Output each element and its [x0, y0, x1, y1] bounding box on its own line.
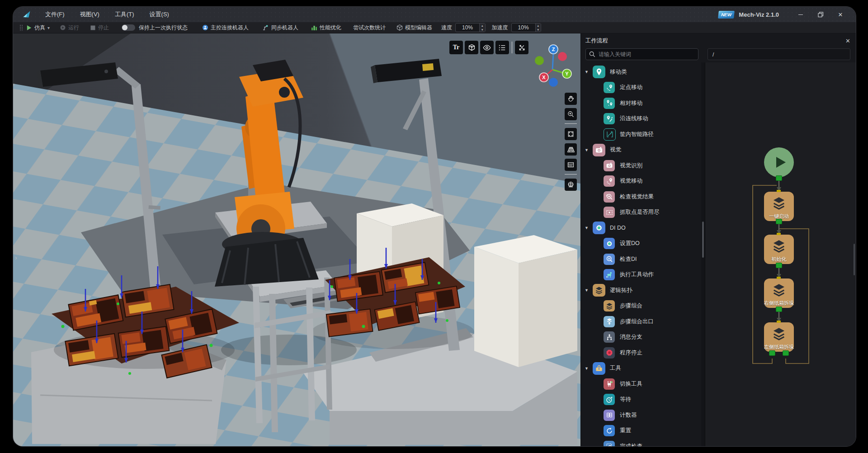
flow-node-one-key-start[interactable]: 一键启动: [764, 192, 794, 221]
flow-port[interactable]: [769, 350, 775, 356]
flow-canvas[interactable]: 一键启动 初始化 右侧纸箱拆垛: [705, 62, 856, 446]
ground-grid-button[interactable]: [565, 143, 577, 156]
tree-item-check-vision-result[interactable]: 检查视觉结果: [581, 189, 701, 205]
tree-item-finish-check[interactable]: 完成检查: [581, 439, 701, 446]
tree-item-label[interactable]: 消息分支: [620, 333, 642, 341]
collapse-icon[interactable]: ▼: [585, 70, 590, 74]
list-view-button[interactable]: [495, 41, 509, 54]
axis-gizmo[interactable]: Z X Y: [528, 42, 577, 91]
axis-y-ball[interactable]: Y: [562, 69, 571, 78]
tree-item-program-stop[interactable]: 程序停止: [581, 345, 701, 361]
tree-item-label[interactable]: 检查DI: [620, 255, 637, 263]
stop-button[interactable]: 停止: [90, 24, 109, 32]
tree-item-label[interactable]: 重置: [620, 427, 631, 434]
flow-node-right-depal[interactable]: 右侧纸箱拆垛: [764, 278, 794, 308]
tree-item-label[interactable]: 切换工具: [620, 380, 642, 388]
left-panel-expand-icon[interactable]: ›: [15, 254, 17, 261]
tree-item-label[interactable]: 计数器: [620, 411, 637, 419]
panel-rows-button[interactable]: [565, 159, 577, 171]
flow-port[interactable]: [776, 263, 782, 268]
3d-scene[interactable]: [13, 33, 580, 446]
tree-item-vision-recognize[interactable]: 视觉识别: [581, 158, 701, 174]
speed-value[interactable]: 10%: [456, 24, 479, 32]
canvas-scrollbar-thumb[interactable]: [854, 244, 855, 275]
run-button[interactable]: 运行: [60, 24, 79, 32]
collapse-icon[interactable]: ▼: [585, 226, 590, 230]
tree-group-move[interactable]: ▼移动类: [581, 64, 701, 80]
tree-item-label[interactable]: 沿连线移动: [620, 115, 648, 123]
tr-frame-tool-button[interactable]: Tr: [449, 41, 463, 54]
tree-item-relative-move[interactable]: 相对移动: [581, 95, 701, 111]
tree-item-counter[interactable]: 计数器: [581, 407, 701, 423]
axis-neg-x-ball[interactable]: [535, 56, 544, 65]
visibility-button[interactable]: [480, 41, 494, 54]
tree-scrollbar-thumb[interactable]: [702, 222, 704, 258]
menu-tools[interactable]: 工具(T): [107, 7, 142, 22]
flow-port[interactable]: [783, 350, 789, 356]
search-input[interactable]: [585, 48, 698, 60]
minimize-button[interactable]: [791, 7, 811, 22]
white-box-far[interactable]: [474, 235, 577, 367]
speed-up-icon[interactable]: ▴: [480, 24, 485, 28]
tree-item-label[interactable]: 完成检查: [620, 443, 642, 446]
accel-value[interactable]: 10%: [512, 24, 535, 32]
close-button[interactable]: ✕: [830, 7, 850, 22]
tree-item-step-group[interactable]: 步骤组合: [581, 298, 701, 314]
flow-node-left-depal[interactable]: 左侧纸箱拆垛: [764, 322, 794, 352]
flow-play-button[interactable]: [764, 147, 794, 177]
tree-group-dido[interactable]: ▼DI DO: [581, 220, 701, 236]
tree-group-label[interactable]: 逻辑拓扑: [610, 287, 632, 294]
speed-down-icon[interactable]: ▾: [480, 28, 485, 32]
accel-up-icon[interactable]: ▴: [536, 24, 541, 28]
accel-spinner[interactable]: 10% ▴▾: [511, 23, 542, 32]
tree-item-check-di[interactable]: 检查DI: [581, 251, 701, 267]
simulate-dropdown-icon[interactable]: ▾: [47, 25, 50, 30]
model-pose-button[interactable]: [465, 41, 478, 54]
tree-item-picks-exhausted[interactable]: 抓取点是否用尽: [581, 205, 701, 221]
attempt-stats-button[interactable]: 尝试次数统计: [353, 24, 386, 32]
toolbar-grip[interactable]: [19, 24, 23, 31]
pan-button[interactable]: [565, 93, 577, 105]
tree-item-switch-tool[interactable]: 切换工具: [581, 376, 701, 392]
tree-item-label[interactable]: 相对移动: [620, 99, 642, 107]
tree-item-label[interactable]: 定点移动: [620, 84, 642, 91]
tree-item-reset[interactable]: 重置: [581, 423, 701, 439]
tree-item-vision-move[interactable]: 视觉移动: [581, 174, 701, 189]
tree-item-label[interactable]: 等待: [620, 396, 631, 403]
tree-group-tools[interactable]: ▼工具: [581, 361, 701, 377]
menu-file[interactable]: 文件(F): [38, 7, 72, 22]
menu-settings[interactable]: 设置(S): [142, 7, 177, 22]
tree-item-label[interactable]: 检查视觉结果: [620, 193, 654, 201]
zoom-button[interactable]: [565, 108, 577, 120]
world-view-button[interactable]: [565, 179, 577, 191]
tree-group-label[interactable]: 工具: [610, 364, 621, 372]
tree-group-logic[interactable]: ▼逻辑拓扑: [581, 283, 701, 298]
panel-close-icon[interactable]: ✕: [845, 38, 850, 44]
tree-item-move-along-line[interactable]: 沿连线移动: [581, 111, 701, 127]
speed-spinner[interactable]: 10% ▴▾: [455, 23, 486, 32]
model-editor-button[interactable]: 模型编辑器: [396, 24, 432, 32]
axis-x-ball[interactable]: X: [539, 73, 548, 82]
restore-button[interactable]: [811, 7, 830, 22]
tree-item-label[interactable]: 视觉识别: [620, 162, 642, 170]
tree-item-fixed-move[interactable]: 定点移动: [581, 80, 701, 96]
measure-tool-button[interactable]: [515, 41, 528, 54]
axis-neg-z-ball[interactable]: [549, 78, 558, 87]
tree-item-label[interactable]: 程序停止: [620, 349, 642, 357]
master-connect-button[interactable]: 主控连接机器人: [202, 24, 249, 32]
flow-port[interactable]: [776, 307, 782, 312]
canvas-breadcrumb[interactable]: /: [708, 48, 850, 60]
axis-neg-y-ball[interactable]: [558, 52, 567, 61]
flow-port[interactable]: [776, 175, 782, 181]
menu-view[interactable]: 视图(V): [72, 7, 107, 22]
flow-port[interactable]: [776, 219, 782, 224]
accel-down-icon[interactable]: ▾: [536, 28, 541, 32]
tree-item-wait[interactable]: 等待: [581, 392, 701, 408]
keep-last-state-toggle[interactable]: 保持上一次执行状态: [122, 24, 188, 32]
tree-item-step-group-exit[interactable]: 步骤组合出口: [581, 314, 701, 330]
tree-group-label[interactable]: 视觉: [610, 146, 621, 154]
flow-node-initialize[interactable]: 初始化: [764, 235, 794, 264]
tree-item-label[interactable]: 设置DO: [620, 240, 640, 247]
tree-item-label[interactable]: 步骤组合: [620, 302, 642, 310]
axis-z-ball[interactable]: Z: [549, 45, 558, 54]
